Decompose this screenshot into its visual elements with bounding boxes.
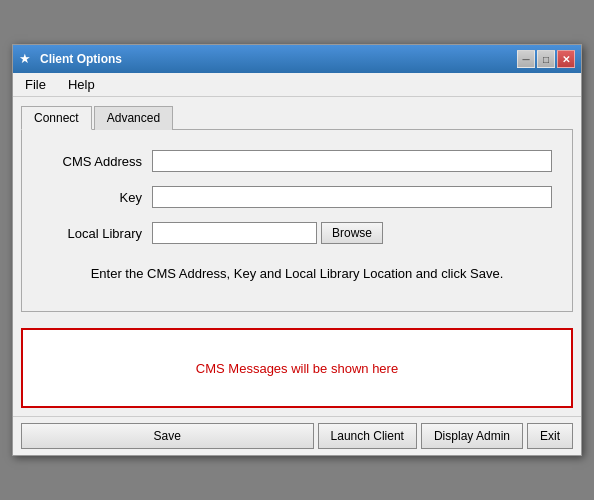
menu-help[interactable]: Help (62, 75, 101, 94)
browse-button[interactable]: Browse (321, 222, 383, 244)
display-admin-button[interactable]: Display Admin (421, 423, 523, 449)
exit-button[interactable]: Exit (527, 423, 573, 449)
key-label: Key (42, 190, 152, 205)
window-title: Client Options (40, 52, 122, 66)
menu-file[interactable]: File (19, 75, 52, 94)
minimize-button[interactable]: ─ (517, 50, 535, 68)
bottom-buttons: Save Launch Client Display Admin Exit (13, 416, 581, 455)
messages-text: CMS Messages will be shown here (196, 361, 398, 376)
local-library-label: Local Library (42, 226, 152, 241)
tabs: Connect Advanced (21, 105, 573, 130)
content-area: Connect Advanced CMS Address Key Local L… (13, 97, 581, 320)
cms-address-input[interactable] (152, 150, 552, 172)
info-text: Enter the CMS Address, Key and Local Lib… (42, 260, 552, 287)
title-bar-left: ★ Client Options (19, 51, 122, 67)
title-buttons: ─ □ ✕ (517, 50, 575, 68)
menu-bar: File Help (13, 73, 581, 97)
launch-client-button[interactable]: Launch Client (318, 423, 417, 449)
maximize-button[interactable]: □ (537, 50, 555, 68)
messages-box: CMS Messages will be shown here (21, 328, 573, 408)
close-button[interactable]: ✕ (557, 50, 575, 68)
key-input[interactable] (152, 186, 552, 208)
title-bar: ★ Client Options ─ □ ✕ (13, 45, 581, 73)
main-window: ★ Client Options ─ □ ✕ File Help Connect… (12, 44, 582, 456)
app-icon: ★ (19, 51, 35, 67)
key-row: Key (42, 186, 552, 208)
tab-connect[interactable]: Connect (21, 106, 92, 130)
local-library-row: Local Library Browse (42, 222, 552, 244)
cms-address-label: CMS Address (42, 154, 152, 169)
cms-address-row: CMS Address (42, 150, 552, 172)
tab-advanced[interactable]: Advanced (94, 106, 173, 130)
tab-content-connect: CMS Address Key Local Library Browse Ent… (21, 130, 573, 312)
save-button[interactable]: Save (21, 423, 314, 449)
local-library-input[interactable] (152, 222, 317, 244)
